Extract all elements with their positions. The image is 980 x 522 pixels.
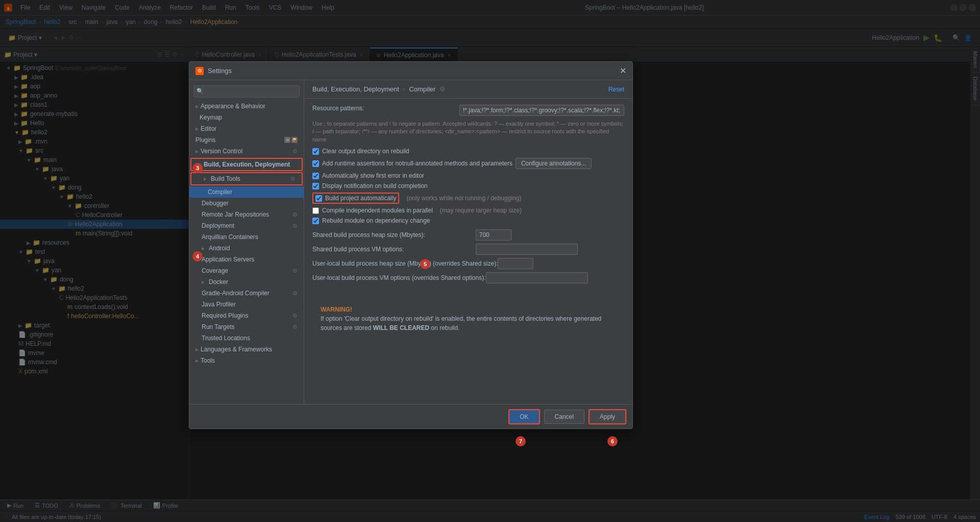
shared-vm-label: Shared build process VM options: [312, 246, 476, 253]
compiler-settings-icon: ⚙ [439, 85, 446, 93]
android-label: Android [209, 245, 230, 252]
rebuild-on-change-checkbox[interactable] [312, 218, 319, 224]
settings-search-input[interactable] [193, 85, 300, 98]
settings-nav-plugins[interactable]: Plugins ⚙ 📦 [189, 134, 304, 146]
show-first-error-label: Automatically show first error in editor [322, 172, 424, 179]
compiler-label: Compiler [208, 188, 232, 196]
settings-nav-remote-jar[interactable]: Remote Jar Repositories ⚙ [189, 209, 304, 220]
settings-content-header: Build, Execution, Deployment › Compiler … [304, 80, 632, 99]
build-automatically-checkbox[interactable] [315, 195, 322, 202]
settings-nav-java-profiler[interactable]: Java Profiler [189, 299, 304, 310]
run-targets-gear-icon: ⚙ [292, 324, 298, 330]
settings-nav-vcs[interactable]: Version Control ⚙ [189, 146, 304, 157]
settings-nav-build-execution[interactable]: Build, Execution, Deployment [191, 159, 302, 170]
debugger-label: Debugger [202, 200, 229, 207]
settings-nav-compiler[interactable]: Compiler [189, 186, 304, 198]
languages-label: Languages & Frameworks [201, 346, 272, 353]
docker-arrow: ▶ [202, 280, 205, 284]
plugins-label: Plugins [195, 136, 215, 144]
settings-nav-android[interactable]: ▶ Android [189, 243, 304, 254]
settings-breadcrumb: Build, Execution, Deployment › Compiler … [312, 85, 446, 93]
breadcrumb-build: Build, Execution, Deployment [312, 85, 399, 93]
editor-label: Editor [201, 125, 216, 132]
configure-annotations-button[interactable]: Configure annotations... [516, 158, 592, 169]
settings-title: Settings [208, 67, 620, 75]
trusted-locations-label: Trusted Locations [202, 335, 250, 342]
clear-output-checkbox[interactable] [312, 148, 319, 155]
settings-nav-required-plugins[interactable]: Required Plugins ⚙ [189, 310, 304, 321]
compile-parallel-checkbox[interactable] [312, 207, 319, 214]
warning-box: WARNING! If option 'Clear output directo… [312, 299, 624, 339]
settings-nav-arquillian[interactable]: Arquillian Containers [189, 231, 304, 243]
tools-label: Tools [201, 357, 215, 364]
java-profiler-label: Java Profiler [202, 301, 236, 308]
settings-nav-gradle-android[interactable]: Gradle-Android Compiler ⚙ [189, 288, 304, 299]
shared-heap-row: Shared build process heap size (Mbytes): [312, 229, 624, 241]
settings-nav-app-servers[interactable]: Application Servers [189, 254, 304, 265]
build-execution-label: Build, Execution, Deployment [204, 161, 290, 168]
user-vm-row: User-local build process VM options (ove… [312, 272, 624, 283]
resource-patterns-input[interactable] [459, 105, 624, 116]
display-notification-checkbox[interactable] [312, 183, 319, 189]
settings-nav-deployment[interactable]: Deployment ⚙ [189, 220, 304, 231]
required-plugins-gear-icon: ⚙ [292, 313, 298, 319]
arquillian-label: Arquillian Containers [202, 233, 258, 241]
add-assertions-checkbox[interactable] [312, 160, 319, 167]
settings-nav-build-tools[interactable]: ▶ Build Tools ⚙ [191, 173, 302, 184]
settings-nav-debugger[interactable]: Debugger [189, 198, 304, 209]
display-notification-label: Display notification on build completion [322, 182, 428, 189]
search-icon: 🔍 [197, 88, 204, 94]
appearance-label: Appearance & Behavior [201, 103, 265, 110]
settings-titlebar: ⚙ Settings ✕ [189, 62, 632, 80]
build-execution-highlight: Build, Execution, Deployment [190, 158, 303, 171]
docker-label: Docker [209, 278, 228, 286]
user-vm-input[interactable] [486, 272, 588, 283]
shared-vm-row: Shared build process VM options: [312, 244, 624, 255]
display-notification-row: Display notification on build completion [312, 182, 624, 189]
vcs-label: Version Control [201, 148, 242, 155]
shared-vm-input[interactable] [476, 244, 578, 255]
step-7-badge: 7 [516, 436, 526, 446]
settings-nav-languages[interactable]: Languages & Frameworks [189, 344, 304, 355]
ok-button[interactable]: OK [508, 409, 540, 424]
settings-dialog: ⚙ Settings ✕ 🔍 Appearance & Behavior Key… [189, 61, 633, 429]
settings-close-button[interactable]: ✕ [620, 66, 626, 76]
settings-nav-tools[interactable]: Tools [189, 355, 304, 366]
show-first-error-checkbox[interactable] [312, 173, 319, 179]
shared-heap-input[interactable] [476, 229, 511, 241]
breadcrumb-compiler: Compiler [409, 85, 435, 93]
step-6-badge: 6 [607, 436, 618, 446]
build-tools-label: Build Tools [211, 175, 240, 182]
add-assertions-row: Add runtime assertions for notnull-annot… [312, 158, 624, 169]
settings-logo: ⚙ [195, 67, 204, 75]
app-servers-label: Application Servers [202, 256, 254, 263]
cancel-button[interactable]: Cancel [544, 410, 584, 424]
settings-nav-editor[interactable]: Editor [189, 123, 304, 134]
step-4-badge: 4 [192, 251, 203, 262]
user-heap-input[interactable] [498, 258, 533, 269]
settings-nav-keymap[interactable]: Keymap [189, 112, 304, 123]
coverage-gear-icon: ⚙ [292, 268, 298, 274]
compile-parallel-note: (may require larger heap size) [440, 207, 522, 214]
step-3-badge: 3 [192, 163, 203, 173]
settings-nav-run-targets[interactable]: Run Targets ⚙ [189, 321, 304, 333]
resource-patterns-row: Resource patterns: [312, 105, 624, 116]
settings-overlay: ⚙ Settings ✕ 🔍 Appearance & Behavior Key… [0, 0, 980, 522]
reset-link[interactable]: Reset [608, 86, 624, 93]
settings-nav-appearance[interactable]: Appearance & Behavior [189, 101, 304, 112]
settings-content: Build, Execution, Deployment › Compiler … [304, 80, 632, 404]
user-vm-label: User-local build process VM options (ove… [312, 274, 486, 281]
warning-bold: WILL BE CLEARED [373, 324, 429, 331]
shared-heap-label: Shared build process heap size (Mbytes): [312, 231, 476, 239]
rebuild-on-change-row: Rebuild module on dependency change [312, 217, 624, 224]
user-heap-row: User-local build process heap size (Mbyt… [312, 258, 624, 269]
gradle-gear-icon: ⚙ [292, 290, 298, 297]
build-automatically-row: Build project automatically (only works … [312, 193, 624, 204]
warning-title: WARNING! [321, 306, 352, 313]
settings-nav-trusted-locations[interactable]: Trusted Locations [189, 333, 304, 344]
deployment-gear-icon: ⚙ [292, 223, 298, 229]
apply-button[interactable]: Apply [589, 409, 626, 424]
settings-nav-coverage[interactable]: Coverage ⚙ [189, 265, 304, 276]
user-heap-label: User-local build process heap size (Mbyt… [312, 260, 498, 267]
settings-nav-docker[interactable]: ▶ Docker [189, 276, 304, 288]
